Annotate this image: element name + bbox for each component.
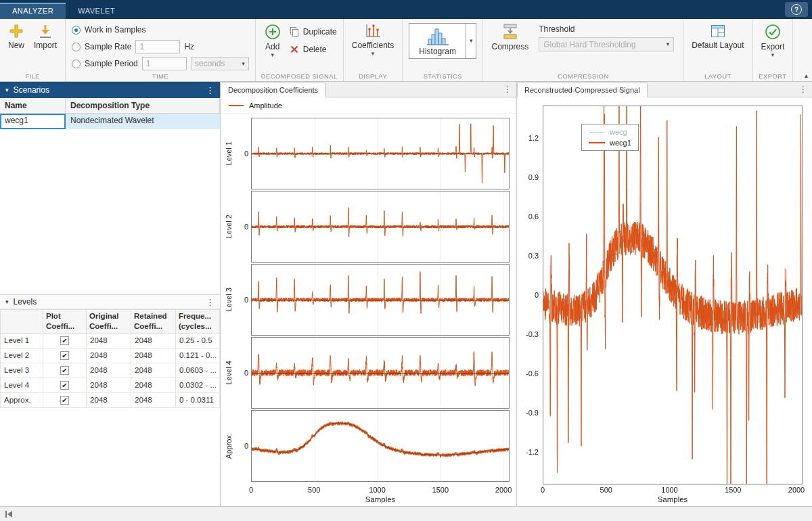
ribbon-section-compression: Compress Threshold Global Hard Threshold… bbox=[483, 19, 683, 81]
amplitude-legend: Amplitude bbox=[221, 97, 516, 114]
tab-analyzer[interactable]: ANALYZER bbox=[0, 3, 66, 19]
y-tick-label: 0.9 bbox=[528, 173, 539, 181]
sample-period-input[interactable] bbox=[142, 57, 187, 70]
duplicate-button[interactable]: Duplicate bbox=[286, 25, 340, 39]
x-tick-label: 0 bbox=[541, 486, 545, 494]
scenarios-levels-panel: ▾ Scenarios ⋮ Name Decomposition Type we… bbox=[0, 82, 220, 506]
scenarios-menu-icon[interactable]: ⋮ bbox=[206, 85, 215, 95]
original-coeffs: 2048 bbox=[87, 392, 131, 407]
delete-button[interactable]: Delete bbox=[286, 43, 340, 56]
coefficients-button[interactable]: Coefficients ▾ bbox=[347, 21, 399, 59]
scenario-type-cell[interactable]: Nondecimated Wavelet bbox=[66, 114, 220, 129]
scenarios-panel-header: ▾ Scenarios ⋮ bbox=[0, 82, 220, 98]
duplicate-button-label: Duplicate bbox=[303, 27, 337, 37]
y-tick-label: -0.3 bbox=[526, 330, 539, 338]
histogram-button-label: Histogram bbox=[419, 47, 456, 56]
wecg-legend-label: wecg bbox=[610, 128, 627, 136]
help-icon: ? bbox=[791, 4, 802, 15]
plot-checkbox[interactable]: ✔ bbox=[60, 336, 69, 345]
tab-wavelet[interactable]: WAVELET bbox=[66, 3, 127, 19]
recon-legend[interactable]: wecg wecg1 bbox=[581, 124, 639, 151]
sample-period-radio[interactable] bbox=[72, 60, 81, 68]
ribbon-section-time: Work in Samples Sample Rate Hz Sample Pe… bbox=[66, 19, 256, 81]
retained-coeffs: 2048 bbox=[131, 333, 176, 348]
levels-panel-empty-space bbox=[0, 408, 220, 506]
plot-checkbox[interactable]: ✔ bbox=[60, 396, 69, 405]
levels-header-row: PlotCoeffi... OriginalCoeffi... Retained… bbox=[1, 310, 220, 334]
subplot-level-3: Level 3 0 bbox=[223, 264, 510, 336]
recon-panel-menu-icon[interactable]: ⋮ bbox=[799, 85, 807, 94]
levels-menu-icon[interactable]: ⋮ bbox=[206, 297, 215, 307]
new-button-label: New bbox=[8, 41, 24, 51]
y-tick-label: 0 bbox=[535, 291, 539, 299]
import-button-label: Import bbox=[34, 41, 57, 51]
sample-rate-input[interactable] bbox=[135, 40, 180, 53]
wecg-line-swatch bbox=[589, 132, 605, 133]
main-area: ▾ Scenarios ⋮ Name Decomposition Type we… bbox=[0, 82, 812, 506]
recon-y-axis-ticks: 1.20.90.60.30-0.3-0.6-0.9-1.2 bbox=[518, 106, 543, 484]
layout-section-label: LAYOUT bbox=[683, 72, 752, 80]
y-tick-label: 0.3 bbox=[528, 252, 539, 260]
tab-reconstructed-compressed-signal[interactable]: Reconstructed-Compressed Signal bbox=[517, 83, 648, 97]
histogram-dropdown[interactable]: ▾ bbox=[466, 23, 477, 59]
default-layout-icon bbox=[710, 23, 726, 39]
table-row: Level 2 ✔ 2048 2048 0.121 - 0... bbox=[1, 348, 220, 363]
scenarios-panel-title: Scenarios bbox=[14, 85, 49, 95]
chevron-down-icon: ▾ bbox=[242, 61, 245, 67]
y-tick-label: 1.2 bbox=[528, 134, 539, 142]
help-button[interactable]: ? bbox=[785, 2, 808, 17]
level-2-plot[interactable] bbox=[252, 191, 509, 262]
table-row: Level 3 ✔ 2048 2048 0.0603 - ... bbox=[1, 363, 220, 378]
legend-item-wecg1[interactable]: wecg1 bbox=[589, 139, 631, 147]
level-1-plot[interactable] bbox=[252, 118, 509, 189]
wecg1-line-swatch bbox=[589, 142, 605, 143]
x-tick-label: 500 bbox=[308, 486, 320, 494]
work-in-samples-radio[interactable] bbox=[72, 26, 81, 35]
file-section-label: FILE bbox=[0, 72, 65, 80]
sample-rate-label: Sample Rate bbox=[85, 42, 131, 51]
collapse-left-icon[interactable] bbox=[4, 510, 14, 518]
status-bar bbox=[0, 506, 812, 521]
plot-checkbox[interactable]: ✔ bbox=[60, 381, 69, 390]
histogram-button[interactable]: Histogram bbox=[409, 23, 466, 59]
ribbon-section-export: Export ▾ EXPORT bbox=[753, 19, 794, 81]
table-row: Approx. ✔ 2048 2048 0 - 0.0311 bbox=[1, 392, 220, 407]
ribbon: New Import FILE Work in Samples Sample R… bbox=[0, 19, 812, 82]
table-row: Level 1 ✔ 2048 2048 0.25 - 0.5 bbox=[1, 333, 220, 348]
scenarios-table: Name Decomposition Type wecg1 Nondecimat… bbox=[0, 98, 220, 294]
import-button[interactable]: Import bbox=[29, 21, 62, 53]
y-tick-label: 0 bbox=[233, 118, 251, 189]
tab-decomposition-coefficients[interactable]: Decomposition Coefficients bbox=[221, 83, 325, 97]
new-button[interactable]: New bbox=[3, 21, 29, 53]
coeff-panel-menu-icon[interactable]: ⋮ bbox=[503, 85, 512, 94]
scenario-name-cell[interactable]: wecg1 bbox=[0, 114, 66, 129]
sample-period-unit-select[interactable]: seconds ▾ bbox=[191, 57, 249, 70]
default-layout-button[interactable]: Default Layout bbox=[687, 21, 748, 53]
compress-button[interactable]: Compress bbox=[487, 21, 533, 54]
sample-rate-radio[interactable] bbox=[72, 43, 81, 51]
level-3-plot[interactable] bbox=[252, 265, 509, 335]
reconstructed-signal-plot[interactable] bbox=[543, 106, 802, 484]
subplot-approx: Approx. 0 bbox=[223, 410, 510, 482]
default-layout-button-label: Default Layout bbox=[692, 41, 744, 51]
coeff-doc-tab-strip: Decomposition Coefficients ⋮ bbox=[221, 82, 516, 97]
export-button[interactable]: Export ▾ bbox=[757, 21, 790, 60]
level-4-plot[interactable] bbox=[252, 338, 509, 408]
legend-item-wecg[interactable]: wecg bbox=[589, 128, 631, 136]
export-button-label: Export bbox=[761, 43, 785, 52]
threshold-method-select[interactable]: Global Hard Thresholding ▾ bbox=[539, 37, 674, 51]
y-tick-label: 0.6 bbox=[528, 212, 539, 221]
add-button[interactable]: Add ▾ bbox=[259, 21, 286, 60]
collapse-levels-icon[interactable]: ▾ bbox=[5, 298, 9, 305]
plot-checkbox[interactable]: ✔ bbox=[60, 366, 69, 375]
original-coeffs: 2048 bbox=[87, 363, 131, 378]
subplot-level-1: Level 1 0 bbox=[223, 118, 510, 189]
y-axis-label: Level 1 bbox=[225, 141, 233, 165]
plot-checkbox[interactable]: ✔ bbox=[60, 351, 69, 360]
collapse-ribbon-icon[interactable]: ▴ bbox=[805, 72, 808, 79]
approx-plot[interactable] bbox=[252, 411, 509, 481]
coeff-x-axis-ticks: 0500100015002000 bbox=[251, 486, 510, 495]
collapse-scenarios-icon[interactable]: ▾ bbox=[5, 87, 9, 93]
levels-col-blank bbox=[1, 310, 43, 334]
toolstrip-tab-bar: ANALYZER WAVELET ? bbox=[0, 0, 812, 19]
